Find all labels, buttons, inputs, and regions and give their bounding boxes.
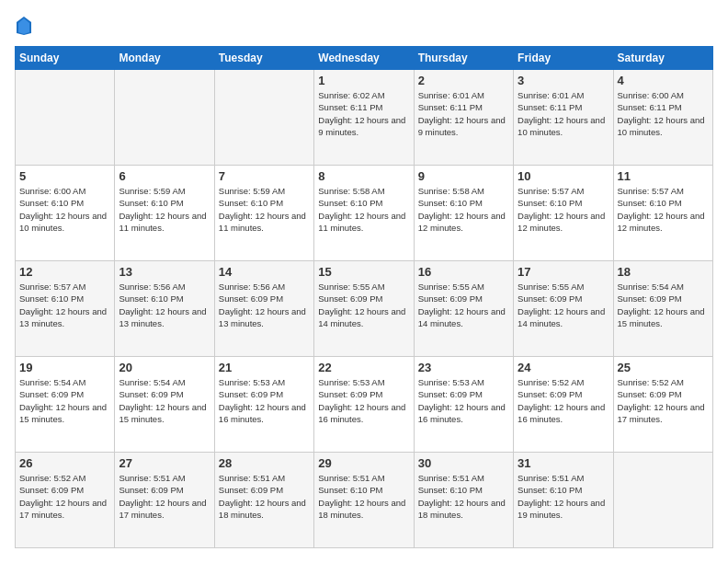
day-number: 20: [119, 361, 210, 374]
calendar-week-row: 19Sunrise: 5:54 AM Sunset: 6:09 PM Dayli…: [16, 357, 713, 453]
day-info: Sunrise: 5:57 AM Sunset: 6:10 PM Dayligh…: [618, 185, 709, 234]
day-info: Sunrise: 5:53 AM Sunset: 6:09 PM Dayligh…: [418, 376, 509, 425]
day-number: 19: [19, 361, 110, 374]
calendar-cell: 20Sunrise: 5:54 AM Sunset: 6:09 PM Dayli…: [115, 357, 214, 453]
day-number: 13: [119, 265, 210, 279]
calendar: SundayMondayTuesdayWednesdayThursdayFrid…: [15, 46, 713, 548]
day-info: Sunrise: 5:51 AM Sunset: 6:10 PM Dayligh…: [318, 472, 409, 521]
logo-icon: [15, 15, 33, 37]
calendar-cell: 11Sunrise: 5:57 AM Sunset: 6:10 PM Dayli…: [613, 166, 712, 261]
calendar-week-row: 1Sunrise: 6:02 AM Sunset: 6:11 PM Daylig…: [16, 70, 713, 166]
day-info: Sunrise: 5:59 AM Sunset: 6:10 PM Dayligh…: [119, 185, 210, 234]
calendar-cell: 26Sunrise: 5:52 AM Sunset: 6:09 PM Dayli…: [16, 453, 115, 548]
day-info: Sunrise: 5:51 AM Sunset: 6:09 PM Dayligh…: [119, 472, 210, 521]
day-info: Sunrise: 6:02 AM Sunset: 6:11 PM Dayligh…: [318, 89, 409, 138]
day-number: 22: [318, 361, 409, 374]
day-info: Sunrise: 5:55 AM Sunset: 6:09 PM Dayligh…: [518, 281, 609, 329]
calendar-cell: 9Sunrise: 5:58 AM Sunset: 6:10 PM Daylig…: [414, 166, 513, 261]
calendar-cell: 15Sunrise: 5:55 AM Sunset: 6:09 PM Dayli…: [314, 261, 414, 357]
calendar-cell: 1Sunrise: 6:02 AM Sunset: 6:11 PM Daylig…: [314, 70, 414, 166]
day-info: Sunrise: 5:55 AM Sunset: 6:09 PM Dayligh…: [418, 281, 509, 329]
day-info: Sunrise: 5:59 AM Sunset: 6:10 PM Dayligh…: [219, 185, 310, 234]
calendar-week-row: 12Sunrise: 5:57 AM Sunset: 6:10 PM Dayli…: [16, 261, 713, 357]
weekday-header: Thursday: [414, 47, 513, 70]
calendar-cell: 10Sunrise: 5:57 AM Sunset: 6:10 PM Dayli…: [514, 166, 613, 261]
day-number: 23: [418, 361, 509, 374]
calendar-cell: 22Sunrise: 5:53 AM Sunset: 6:09 PM Dayli…: [314, 357, 414, 453]
day-info: Sunrise: 5:55 AM Sunset: 6:09 PM Dayligh…: [318, 281, 409, 329]
weekday-header: Saturday: [613, 47, 712, 70]
day-info: Sunrise: 5:54 AM Sunset: 6:09 PM Dayligh…: [19, 376, 110, 425]
day-number: 11: [618, 169, 709, 183]
calendar-cell: 24Sunrise: 5:52 AM Sunset: 6:09 PM Dayli…: [514, 357, 613, 453]
calendar-week-row: 5Sunrise: 6:00 AM Sunset: 6:10 PM Daylig…: [16, 166, 713, 261]
day-number: 25: [618, 361, 709, 374]
calendar-cell: 16Sunrise: 5:55 AM Sunset: 6:09 PM Dayli…: [414, 261, 513, 357]
calendar-cell: 14Sunrise: 5:56 AM Sunset: 6:09 PM Dayli…: [214, 261, 313, 357]
day-info: Sunrise: 5:58 AM Sunset: 6:10 PM Dayligh…: [418, 185, 509, 234]
day-info: Sunrise: 5:52 AM Sunset: 6:09 PM Dayligh…: [19, 472, 110, 521]
calendar-cell: 2Sunrise: 6:01 AM Sunset: 6:11 PM Daylig…: [414, 70, 513, 166]
day-number: 14: [219, 265, 310, 279]
calendar-cell: 12Sunrise: 5:57 AM Sunset: 6:10 PM Dayli…: [16, 261, 115, 357]
calendar-cell: 3Sunrise: 6:01 AM Sunset: 6:11 PM Daylig…: [514, 70, 613, 166]
calendar-cell: 13Sunrise: 5:56 AM Sunset: 6:10 PM Dayli…: [115, 261, 214, 357]
day-number: 29: [318, 456, 409, 470]
calendar-cell: 21Sunrise: 5:53 AM Sunset: 6:09 PM Dayli…: [214, 357, 313, 453]
weekday-header: Friday: [514, 47, 613, 70]
day-number: 18: [618, 265, 709, 279]
day-info: Sunrise: 5:57 AM Sunset: 6:10 PM Dayligh…: [19, 281, 110, 329]
calendar-cell: 7Sunrise: 5:59 AM Sunset: 6:10 PM Daylig…: [214, 166, 313, 261]
day-number: 4: [618, 74, 709, 87]
weekday-header: Wednesday: [314, 47, 414, 70]
calendar-cell: 30Sunrise: 5:51 AM Sunset: 6:10 PM Dayli…: [414, 453, 513, 548]
day-info: Sunrise: 5:57 AM Sunset: 6:10 PM Dayligh…: [518, 185, 609, 234]
day-number: 15: [318, 265, 409, 279]
day-info: Sunrise: 5:52 AM Sunset: 6:09 PM Dayligh…: [518, 376, 609, 425]
calendar-cell: 5Sunrise: 6:00 AM Sunset: 6:10 PM Daylig…: [16, 166, 115, 261]
weekday-header: Sunday: [16, 47, 115, 70]
calendar-cell: 28Sunrise: 5:51 AM Sunset: 6:09 PM Dayli…: [214, 453, 313, 548]
day-info: Sunrise: 5:51 AM Sunset: 6:09 PM Dayligh…: [219, 472, 310, 521]
day-info: Sunrise: 5:52 AM Sunset: 6:09 PM Dayligh…: [618, 376, 709, 425]
day-number: 31: [518, 456, 609, 470]
day-number: 24: [518, 361, 609, 374]
day-number: 26: [19, 456, 110, 470]
day-info: Sunrise: 6:00 AM Sunset: 6:10 PM Dayligh…: [19, 185, 110, 234]
day-info: Sunrise: 6:01 AM Sunset: 6:11 PM Dayligh…: [418, 89, 509, 138]
calendar-cell: 17Sunrise: 5:55 AM Sunset: 6:09 PM Dayli…: [514, 261, 613, 357]
day-number: 17: [518, 265, 609, 279]
day-number: 2: [418, 74, 509, 87]
day-info: Sunrise: 6:01 AM Sunset: 6:11 PM Dayligh…: [518, 89, 609, 138]
weekday-header: Monday: [115, 47, 214, 70]
header: [15, 15, 713, 37]
day-info: Sunrise: 5:51 AM Sunset: 6:10 PM Dayligh…: [418, 472, 509, 521]
day-number: 27: [119, 456, 210, 470]
calendar-week-row: 26Sunrise: 5:52 AM Sunset: 6:09 PM Dayli…: [16, 453, 713, 548]
calendar-cell: 27Sunrise: 5:51 AM Sunset: 6:09 PM Dayli…: [115, 453, 214, 548]
day-info: Sunrise: 5:51 AM Sunset: 6:10 PM Dayligh…: [518, 472, 609, 521]
day-number: 6: [119, 169, 210, 183]
calendar-cell: 19Sunrise: 5:54 AM Sunset: 6:09 PM Dayli…: [16, 357, 115, 453]
calendar-cell: 31Sunrise: 5:51 AM Sunset: 6:10 PM Dayli…: [514, 453, 613, 548]
day-info: Sunrise: 5:54 AM Sunset: 6:09 PM Dayligh…: [119, 376, 210, 425]
calendar-cell: [613, 453, 712, 548]
calendar-cell: 23Sunrise: 5:53 AM Sunset: 6:09 PM Dayli…: [414, 357, 513, 453]
calendar-cell: 25Sunrise: 5:52 AM Sunset: 6:09 PM Dayli…: [613, 357, 712, 453]
day-number: 12: [19, 265, 110, 279]
day-number: 3: [518, 74, 609, 87]
day-number: 9: [418, 169, 509, 183]
day-info: Sunrise: 5:54 AM Sunset: 6:09 PM Dayligh…: [618, 281, 709, 329]
calendar-cell: [115, 70, 214, 166]
day-info: Sunrise: 6:00 AM Sunset: 6:11 PM Dayligh…: [618, 89, 709, 138]
calendar-cell: 8Sunrise: 5:58 AM Sunset: 6:10 PM Daylig…: [314, 166, 414, 261]
day-info: Sunrise: 5:56 AM Sunset: 6:09 PM Dayligh…: [219, 281, 310, 329]
day-info: Sunrise: 5:53 AM Sunset: 6:09 PM Dayligh…: [318, 376, 409, 425]
day-number: 5: [19, 169, 110, 183]
day-number: 21: [219, 361, 310, 374]
day-number: 28: [219, 456, 310, 470]
calendar-cell: [214, 70, 313, 166]
day-number: 8: [318, 169, 409, 183]
day-number: 7: [219, 169, 310, 183]
calendar-cell: 29Sunrise: 5:51 AM Sunset: 6:10 PM Dayli…: [314, 453, 414, 548]
